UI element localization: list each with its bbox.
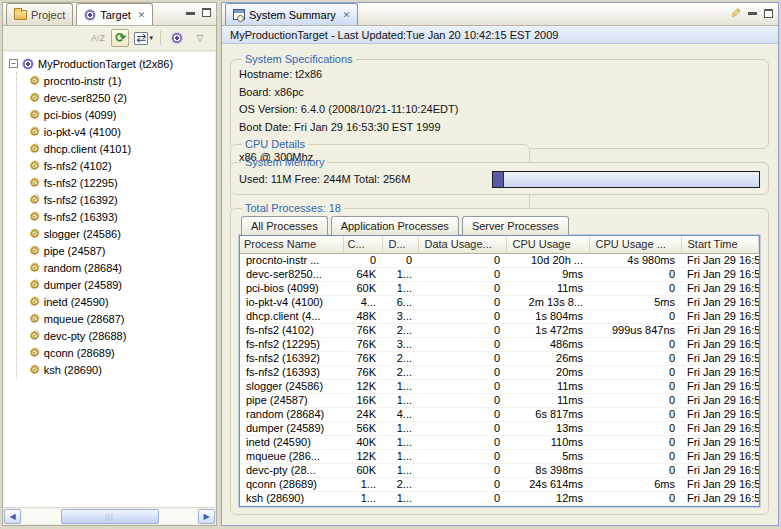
process-row[interactable]: random (28684) 24K 4... 0 6s 817ms 0 Fri… [240,408,759,422]
cell-cpu-usage: 13ms [506,422,589,436]
cell-code-usage: 24K [343,408,382,422]
tree-item-label: devc-pty (28688) [44,330,127,342]
minimize-icon[interactable] [748,12,757,15]
column-header[interactable]: Start Time [681,236,759,254]
cell-code-usage: 0 [343,254,382,268]
process-row[interactable]: ksh (28690) 1... 1... 0 12ms 0 Fri Jan 2… [240,492,759,506]
cell-cpu-usage: 11ms [506,394,589,408]
process-row[interactable]: dhcp.client (4... 48K 3... 0 1s 804ms 0 … [240,310,759,324]
tree-item[interactable]: ⚙ dhcp.client (4101) [17,140,215,157]
sort-icon[interactable]: A↑Z [88,29,106,47]
scroll-left-icon[interactable]: ◀ [4,509,21,524]
cell-data: 1... [382,450,418,464]
process-row[interactable]: io-pkt-v4 (4100) 4... 6... 0 2m 13s 8...… [240,296,759,310]
close-icon[interactable]: ✕ [343,10,351,20]
process-row[interactable]: dumper (24589) 56K 1... 0 13ms 0 Fri Jan… [240,422,759,436]
cell-data-usage: 0 [418,366,506,380]
tree-item[interactable]: ⚙ fs-nfs2 (12295) [17,174,215,191]
process-row[interactable]: procnto-instr ... 0 0 0 10d 20h ... 4s 9… [240,254,759,268]
cell-data: 3... [382,310,418,324]
tree-item[interactable]: ⚙ mqueue (28687) [17,310,215,327]
minimize-icon[interactable] [186,12,195,15]
column-header[interactable]: Data Usage... [418,236,506,254]
tree-item[interactable]: ⚙ io-pkt-v4 (4100) [17,123,215,140]
maximize-icon[interactable] [764,9,773,18]
process-tab[interactable]: Application Processes [331,216,459,235]
tree-item[interactable]: ⚙ devc-ser8250 (2) [17,89,215,106]
tree-item[interactable]: ⚙ fs-nfs2 (4102) [17,157,215,174]
tab-project[interactable]: Project [6,3,73,25]
cell-code-usage: 76K [343,324,382,338]
tree-item[interactable]: ⚙ fs-nfs2 (16392) [17,191,215,208]
new-target-button[interactable] [168,29,186,47]
column-header[interactable]: C... [343,236,382,254]
system-memory-group: System Memory Used: 11M Free: 244M Total… [230,156,769,195]
connection-button[interactable]: ⇄ ▾ [134,29,153,47]
cell-start-time: Fri Jan 29 16:53... [681,338,759,352]
cell-start-time: Fri Jan 29 16:53... [681,268,759,282]
process-row[interactable]: qconn (28689) 1... 2... 0 24s 614ms 6ms … [240,478,759,492]
cell-process-name: mqueue (286... [240,450,343,464]
cell-data: 1... [382,464,418,478]
tab-target[interactable]: Target ✕ [76,3,153,25]
cell-data-usage: 0 [418,380,506,394]
process-gear-icon: ⚙ [29,296,40,308]
cell-data-usage: 0 [418,464,506,478]
pencil-icon[interactable]: ✎ [731,8,741,19]
horizontal-scrollbar[interactable]: ◀ ||| ▶ [4,507,215,524]
scrollbar-thumb[interactable]: ||| [61,509,159,524]
process-row[interactable]: inetd (24590) 40K 1... 0 110ms 0 Fri Jan… [240,436,759,450]
process-row[interactable]: slogger (24586) 12K 1... 0 11ms 0 Fri Ja… [240,380,759,394]
target-icon [171,32,183,44]
tree-item[interactable]: ⚙ slogger (24586) [17,225,215,242]
collapse-icon[interactable]: − [9,59,18,68]
process-row[interactable]: devc-pty (28... 60K 1... 0 8s 398ms 0 Fr… [240,464,759,478]
tree-item-label: fs-nfs2 (16392) [44,194,118,206]
memory-usage-text: Used: 11M Free: 244M Total: 256M [239,173,410,185]
view-menu-icon[interactable]: ▽ [191,29,209,47]
process-row[interactable]: pipe (24587) 16K 1... 0 11ms 0 Fri Jan 2… [240,394,759,408]
process-row[interactable]: fs-nfs2 (16393) 76K 2... 0 20ms 0 Fri Ja… [240,366,759,380]
cell-cpu-usage-2: 0 [589,310,681,324]
maximize-icon[interactable] [202,8,211,17]
cpu-details-title: CPU Details [242,138,308,150]
cell-data-usage: 0 [418,422,506,436]
tree-item[interactable]: ⚙ pipe (24587) [17,242,215,259]
tree-item[interactable]: ⚙ procnto-instr (1) [17,72,215,89]
column-header[interactable]: D... [382,236,418,254]
column-header[interactable]: Process Name [240,236,343,254]
tree-item[interactable]: ⚙ fs-nfs2 (16393) [17,208,215,225]
column-header[interactable]: CPU Usage ... [589,236,681,254]
tree-item[interactable]: ⚙ qconn (28689) [17,344,215,361]
process-gear-icon: ⚙ [29,262,40,274]
tree-item[interactable]: ⚙ ksh (28690) [17,361,215,378]
tree-root-row[interactable]: − MyProductionTarget (t2x86) [4,55,215,72]
scrollbar-track[interactable]: ||| [22,509,197,524]
close-icon[interactable]: ✕ [138,10,146,20]
cell-cpu-usage: 2m 13s 8... [506,296,589,310]
process-row[interactable]: pci-bios (4099) 60K 1... 0 11ms 0 Fri Ja… [240,282,759,296]
process-tab[interactable]: Server Processes [462,216,569,235]
tree-item[interactable]: ⚙ inetd (24590) [17,293,215,310]
column-header[interactable]: CPU Usage [506,236,589,254]
tree-item[interactable]: ⚙ dumper (24589) [17,276,215,293]
process-row[interactable]: fs-nfs2 (4102) 76K 2... 0 1s 472ms 999us… [240,324,759,338]
tab-system-summary[interactable]: System Summary ✕ [225,3,358,25]
cell-cpu-usage: 486ms [506,338,589,352]
tree-item-label: ksh (28690) [44,364,102,376]
tree-item-label: mqueue (28687) [44,313,125,325]
cell-start-time: Fri Jan 29 16:53... [681,380,759,394]
tree-item[interactable]: ⚙ devc-pty (28688) [17,327,215,344]
process-tab[interactable]: All Processes [241,216,328,235]
process-gear-icon: ⚙ [29,75,40,87]
tree-item[interactable]: ⚙ pci-bios (4099) [17,106,215,123]
process-row[interactable]: fs-nfs2 (12295) 76K 3... 0 486ms 0 Fri J… [240,338,759,352]
process-row[interactable]: devc-ser8250... 64K 1... 0 9ms 0 Fri Jan… [240,268,759,282]
process-row[interactable]: fs-nfs2 (16392) 76K 2... 0 26ms 0 Fri Ja… [240,352,759,366]
cell-process-name: random (28684) [240,408,343,422]
spec-line: Hostname: t2x86 [239,66,760,84]
tree-item[interactable]: ⚙ random (28684) [17,259,215,276]
process-row[interactable]: mqueue (286... 12K 1... 0 5ms 0 Fri Jan … [240,450,759,464]
refresh-button[interactable]: ⟳ [111,29,129,47]
scroll-right-icon[interactable]: ▶ [198,509,215,524]
